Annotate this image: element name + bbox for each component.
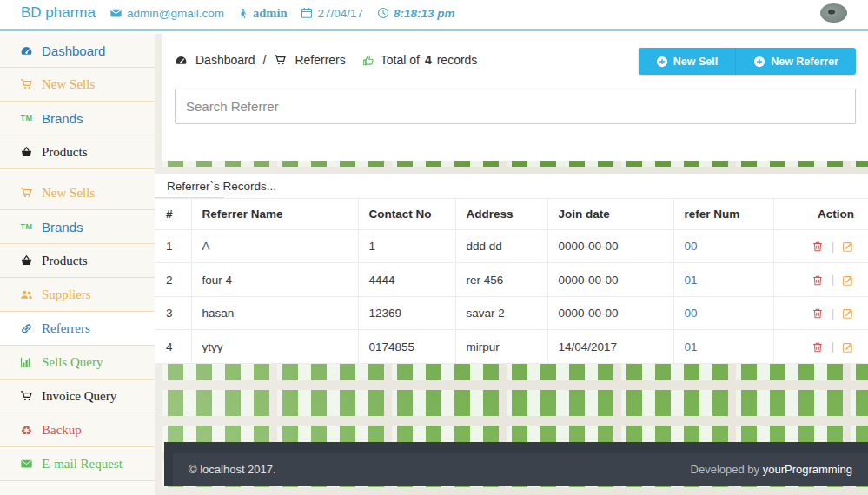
sidebar-item-new-sells-2[interactable]: New Sells (0, 176, 155, 210)
col-num: # (155, 199, 191, 230)
sidebar-item-label: Brands (42, 220, 83, 234)
table-row: 1 A 1 ddd dd 0000-00-00 00 | (155, 230, 868, 263)
cell-name: A (191, 230, 358, 263)
cell-join-date: 0000-00-00 (547, 263, 673, 296)
sidebar-item-label: New Sells (42, 186, 95, 201)
refer-num-link[interactable]: 01 (685, 340, 698, 353)
refer-num-link[interactable]: 00 (685, 307, 698, 320)
edit-icon[interactable] (842, 274, 854, 287)
developer-credit: Developed by yourProgramming (691, 463, 852, 476)
cell-contact: 0174855 (358, 330, 455, 363)
envelope-icon (109, 7, 123, 19)
col-join-date: Join date (547, 199, 673, 230)
edit-icon[interactable] (842, 241, 854, 253)
new-sell-label: New Sell (673, 56, 718, 68)
col-address: Address (455, 199, 547, 230)
avatar[interactable] (820, 3, 847, 23)
cell-name: hasan (191, 296, 358, 329)
sidebar-item-products-2[interactable]: Products (0, 244, 155, 278)
cell-contact: 1 (358, 230, 455, 263)
breadcrumb-dashboard[interactable]: Dashboard (195, 53, 255, 67)
sidebar-item-label: Products (42, 254, 88, 268)
sidebar: Dashboard New Sells TM Brands Products N… (0, 34, 155, 495)
person-icon (238, 7, 248, 20)
action-separator: | (832, 340, 835, 353)
records-title: Referrer`s Records... (155, 174, 868, 197)
edit-icon[interactable] (842, 341, 854, 353)
sidebar-item-label: Suppliers (42, 287, 91, 302)
brand-logo[interactable]: BD pharma (21, 4, 96, 22)
cell-num: 2 (155, 263, 191, 296)
header-time-text: 8:18:13 pm (394, 7, 455, 20)
refer-num-link[interactable]: 00 (685, 240, 698, 253)
cart-icon (19, 390, 34, 403)
sidebar-item-label: Dashboard (42, 43, 105, 58)
new-referrer-label: New Referrer (771, 56, 838, 68)
delete-icon[interactable] (812, 241, 824, 253)
search-input[interactable] (175, 89, 856, 124)
tachometer-icon (175, 54, 188, 67)
cell-address: savar 2 (455, 296, 547, 329)
sidebar-item-dashboard[interactable]: Dashboard (0, 34, 155, 68)
plus-circle-icon (656, 56, 668, 68)
basket-icon (19, 254, 34, 267)
col-referrer-name: Referrer Name (191, 199, 358, 230)
cell-join-date: 0000-00-00 (547, 296, 673, 329)
header-email: admin@gmail.com (109, 7, 224, 20)
edit-icon[interactable] (842, 307, 854, 320)
header-date-text: 27/04/17 (317, 7, 363, 20)
cell-address: mirpur (455, 330, 547, 363)
sidebar-item-invoice-query[interactable]: Invoice Query (0, 380, 155, 413)
sidebar-item-label: Brands (42, 111, 83, 126)
sidebar-item-brands[interactable]: TM Brands (0, 102, 155, 135)
copyright-text: © localhost 2017. (189, 463, 276, 476)
sidebar-item-sells-query[interactable]: Sells Query (0, 346, 155, 380)
delete-icon[interactable] (812, 307, 824, 320)
delete-icon[interactable] (812, 341, 824, 353)
header-email-text: admin@gmail.com (127, 7, 224, 20)
sidebar-item-brands-2[interactable]: TM Brands (0, 210, 155, 244)
cell-num: 3 (155, 296, 191, 329)
cell-address: ddd dd (455, 230, 547, 263)
new-referrer-button[interactable]: New Referrer (735, 48, 856, 75)
developer-name[interactable]: yourProgramming (763, 463, 852, 476)
basket-icon (19, 146, 34, 159)
records-total-count: 4 (425, 53, 432, 67)
action-separator: | (832, 273, 835, 286)
delete-icon[interactable] (812, 274, 824, 287)
records-total-suffix: records (437, 53, 478, 67)
new-sell-button[interactable]: New Sell (639, 48, 735, 75)
trademark-icon: TM (19, 222, 34, 231)
sidebar-item-new-sells[interactable]: New Sells (0, 68, 155, 102)
cart-icon (19, 78, 34, 91)
link-icon (19, 322, 34, 335)
refer-num-link[interactable]: 01 (685, 274, 698, 287)
records-total-label: Total of (381, 53, 420, 67)
records-total: Total of 4 records (362, 53, 478, 67)
sidebar-item-email-request[interactable]: E-mail Request (0, 447, 155, 481)
trademark-icon: TM (19, 114, 34, 122)
sidebar-item-backup[interactable]: ♻ Backup (0, 413, 155, 447)
col-contact-no: Contact No (358, 199, 455, 230)
cell-name: ytyy (191, 330, 358, 363)
cell-join-date: 14/04/2017 (547, 330, 673, 363)
cell-address: rer 456 (455, 263, 547, 296)
table-row: 2 four 4 4444 rer 456 0000-00-00 01 | (155, 263, 868, 296)
cell-contact: 12369 (358, 296, 455, 329)
sidebar-item-products[interactable]: Products (0, 135, 155, 169)
sidebar-item-referrers[interactable]: Referrers (0, 312, 155, 346)
sidebar-item-label: Backup (42, 423, 82, 438)
header-date: 27/04/17 (301, 7, 363, 20)
cell-join-date: 0000-00-00 (547, 230, 673, 263)
cell-num: 4 (155, 330, 191, 363)
cart-icon (19, 187, 34, 200)
cart-icon (274, 54, 287, 67)
cell-num: 1 (155, 230, 191, 263)
sidebar-item-label: Products (42, 145, 88, 160)
calendar-icon (301, 7, 313, 19)
action-separator: | (832, 307, 835, 320)
sidebar-item-label: Referrers (42, 321, 90, 336)
envelope-icon (19, 458, 34, 470)
sidebar-item-suppliers[interactable]: Suppliers (0, 278, 155, 312)
clock-icon (377, 7, 389, 19)
